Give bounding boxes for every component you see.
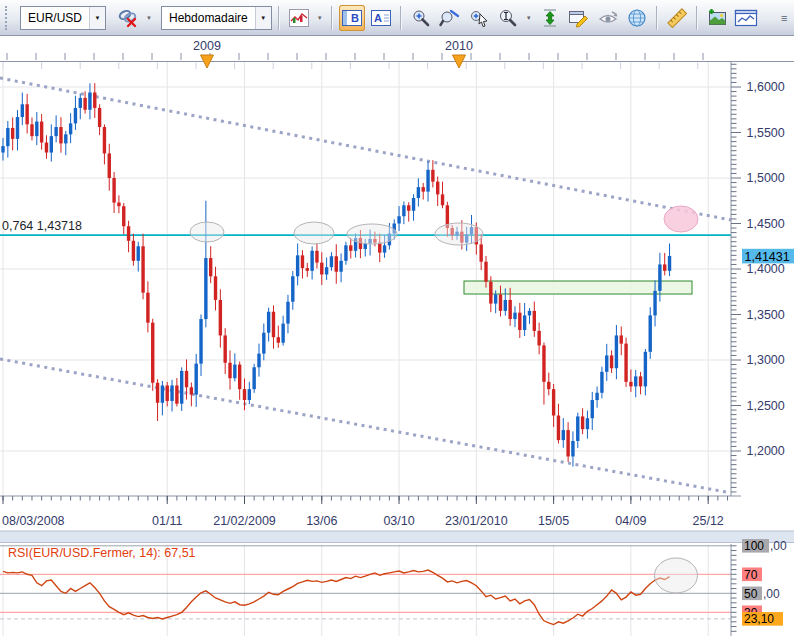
candle-body [528, 311, 531, 316]
candle-body [581, 416, 584, 429]
candle-body [286, 302, 289, 324]
candle-body [204, 258, 207, 319]
price-axis-label: 1,3000 [747, 353, 785, 367]
refresh-view-button[interactable] [595, 5, 621, 31]
year-label: 2009 [193, 39, 221, 53]
svg-text:A: A [374, 12, 382, 24]
symbol-select[interactable]: EUR/USD ▼ [20, 6, 106, 30]
candle-body [320, 263, 323, 275]
candle-body [397, 216, 400, 223]
candle-body [257, 354, 260, 368]
candle-body [508, 300, 511, 319]
fit-vertical-scale-button[interactable] [537, 5, 563, 31]
candle-body [267, 312, 270, 333]
candle-body [296, 255, 299, 276]
ruler-icon [665, 7, 689, 29]
candle-body [127, 226, 130, 241]
add-snapshot-button[interactable] [704, 5, 730, 31]
candle-body [586, 418, 589, 429]
candle-body [88, 92, 91, 109]
zoom-pencil-button[interactable] [437, 5, 463, 31]
svg-text:B: B [351, 12, 359, 24]
candle-body [54, 127, 57, 136]
highlight-ellipse [347, 224, 397, 244]
chevron-down-icon[interactable]: ▼ [144, 15, 154, 21]
chevron-down-icon[interactable]: ▼ [315, 15, 325, 21]
candle-body [199, 319, 202, 364]
magnifier-interval-icon [497, 8, 519, 28]
candle-body [50, 136, 53, 152]
view-a-button[interactable]: A [368, 5, 394, 31]
highlight-ellipse [190, 222, 224, 242]
window-a-icon: A [371, 10, 391, 26]
candle-body [170, 385, 173, 400]
candle-body [620, 335, 623, 343]
candle-body [489, 282, 492, 304]
toolbar-overflow-grip[interactable] [781, 6, 787, 30]
candle-body [1, 146, 4, 152]
candle-body [291, 276, 294, 301]
rsi-indicator-label: RSI(EUR/USD.Fermer, 14): 67,51 [8, 546, 196, 560]
candle-body [108, 153, 111, 178]
candle-body [6, 128, 9, 146]
chart-window-button[interactable] [733, 5, 759, 31]
price-axis-label: 1,2500 [747, 399, 785, 413]
pink-highlight-ellipse [664, 206, 698, 232]
candle-body [325, 267, 328, 274]
price-axis-label: 1,5500 [747, 126, 785, 140]
candle-body [11, 128, 14, 139]
candle-body [161, 385, 164, 402]
zoom-pointer-button[interactable] [466, 5, 492, 31]
candle-body [83, 98, 86, 110]
unlink-chart-button[interactable] [115, 5, 141, 31]
year-label: 2010 [445, 39, 473, 53]
candle-body [479, 244, 482, 261]
candle-body [634, 376, 637, 386]
chevron-down-icon[interactable]: ▼ [524, 15, 534, 21]
zoom-interval-button[interactable] [495, 5, 521, 31]
toolbar-separator [696, 6, 698, 30]
candle-body [499, 294, 502, 310]
candle-body [339, 261, 342, 272]
candle-body [364, 244, 367, 249]
price-axis-label: 1,2000 [747, 444, 785, 458]
eye-refresh-icon [597, 8, 619, 28]
candle-body [513, 313, 516, 319]
candle-body [383, 245, 386, 252]
ruler-button[interactable] [664, 5, 690, 31]
toolbar-grip[interactable] [5, 6, 13, 30]
date-axis-label: 21/02/2009 [213, 514, 276, 528]
candle-body [605, 355, 608, 371]
candle-body [653, 291, 656, 316]
candle-body [658, 264, 661, 290]
fit-vertical-icon [540, 8, 560, 28]
highlight-ellipse [435, 223, 483, 245]
candle-body [228, 363, 231, 378]
chevron-down-icon[interactable]: ▼ [89, 7, 105, 29]
timeframe-value: Hebdomadaire [162, 7, 255, 29]
candle-body [214, 276, 217, 300]
zoom-in-button[interactable] [408, 5, 434, 31]
globe-button[interactable] [624, 5, 650, 31]
price-axis-label: 1,6000 [747, 80, 785, 94]
candle-body [252, 367, 255, 389]
candle-body [74, 108, 77, 123]
pointer-magnifier-icon [468, 8, 490, 28]
candle-body [132, 241, 135, 261]
timeframe-select[interactable]: Hebdomadaire ▼ [161, 6, 272, 30]
chart-area[interactable]: 20092010 0,764 1,43718 1,60001,55001,500… [0, 36, 794, 636]
candle-body [639, 376, 642, 386]
candle-body [16, 117, 19, 139]
candle-body [591, 400, 594, 418]
candle-body [151, 323, 154, 383]
chevron-down-icon[interactable]: ▼ [255, 7, 271, 29]
view-b-button[interactable]: B [339, 5, 365, 31]
panel-splitter[interactable] [0, 531, 794, 543]
candle-body [195, 364, 198, 395]
candle-body [69, 123, 72, 134]
chart-style-button[interactable] [286, 5, 312, 31]
candle-body [180, 371, 183, 404]
toolbar-separator [331, 6, 333, 30]
annotate-window-button[interactable] [566, 5, 592, 31]
candle-body [310, 251, 313, 271]
